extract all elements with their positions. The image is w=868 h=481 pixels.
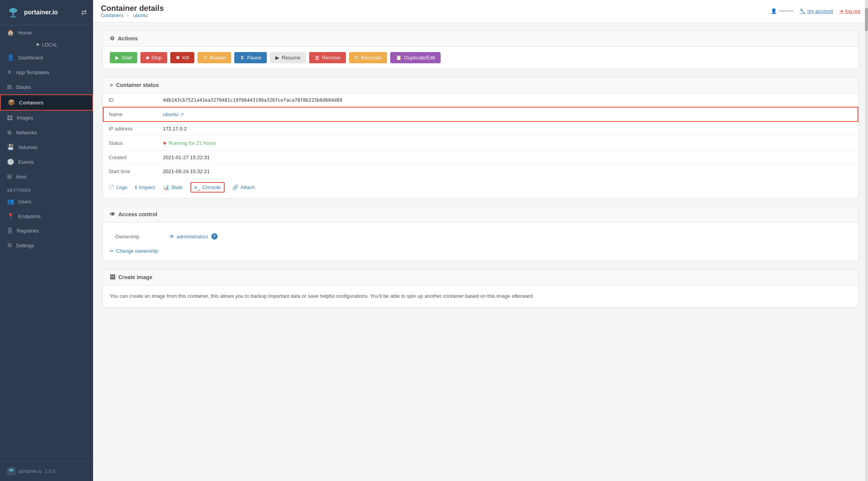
volumes-icon: 💾 bbox=[7, 144, 14, 151]
sidebar-footer-version: 2.5.0 bbox=[45, 469, 55, 474]
sidebar-item-images[interactable]: 🖼 Images bbox=[0, 111, 93, 125]
id-label: ID bbox=[103, 93, 157, 107]
sidebar-item-events-label: Events bbox=[18, 159, 34, 165]
ownership-eye-badge: 👁 administrators bbox=[169, 234, 208, 240]
attach-link[interactable]: 🔗 Attach bbox=[232, 182, 255, 193]
name-value: ubuntu ↗ bbox=[157, 107, 858, 122]
logs-link[interactable]: 📄 Logs bbox=[108, 182, 127, 193]
sidebar-item-app-templates[interactable]: ✈ App Templates bbox=[0, 65, 93, 80]
registries-icon: 🗄 bbox=[7, 227, 13, 234]
user-icon: 👤 bbox=[771, 8, 777, 14]
sidebar-item-networks-label: Networks bbox=[16, 130, 37, 135]
endpoints-icon: 📍 bbox=[7, 213, 14, 220]
sidebar-item-home[interactable]: 🏠 Home bbox=[0, 25, 93, 40]
actions-header-icon: ⚙ bbox=[110, 35, 115, 42]
actions-card-header: ⚙ Actions bbox=[103, 31, 858, 47]
edit-icon: ✏ bbox=[110, 248, 114, 254]
quick-links: 📄 Logs ℹ Inspect 📊 Stats >_ Console bbox=[103, 178, 858, 198]
sidebar-item-home-label: Home bbox=[18, 30, 32, 36]
access-control-body: Ownership 👁 administrators ? bbox=[103, 222, 858, 261]
ownership-text: administrators bbox=[176, 234, 208, 240]
start-button[interactable]: ▶ Start bbox=[110, 52, 137, 63]
main-area: Container details Containers > ubuntu 👤 … bbox=[93, 0, 868, 481]
container-name-link[interactable]: ubuntu ↗ bbox=[163, 111, 184, 117]
sidebar-item-networks[interactable]: ⊕ Networks bbox=[0, 125, 93, 140]
sidebar-item-dashboard[interactable]: 👤 Dashboard bbox=[0, 50, 93, 65]
sidebar-item-endpoints-label: Endpoints bbox=[18, 214, 41, 219]
topbar-user: 👤 •••••••• bbox=[771, 8, 793, 14]
my-account-link[interactable]: 🔧 my account bbox=[799, 8, 833, 14]
console-icon: >_ bbox=[194, 184, 201, 190]
change-ownership-row: ✏ Change ownership bbox=[110, 248, 851, 254]
logs-icon: 📄 bbox=[108, 184, 114, 190]
table-row-created: Created 2021-01-27 15:22:31 bbox=[103, 151, 858, 165]
console-link[interactable]: >_ Console bbox=[190, 182, 225, 193]
ownership-value: 👁 administrators ? bbox=[164, 229, 851, 243]
sidebar-item-registries-label: Registries bbox=[17, 228, 39, 234]
sidebar-item-registries[interactable]: 🗄 Registries bbox=[0, 224, 93, 238]
status-value: ♥ Running for 21 hours bbox=[157, 136, 858, 151]
sidebar-nav-arrows-icon[interactable]: ⇄ bbox=[81, 8, 87, 17]
stats-icon: 📊 bbox=[163, 184, 169, 190]
duplicate-edit-button[interactable]: 📋 Duplicate/Edit bbox=[390, 52, 441, 63]
container-status-header: ≡ Container status bbox=[103, 77, 858, 93]
kill-button[interactable]: ✖ Kill bbox=[170, 52, 194, 63]
table-row-start-time: Start time 2021-05-24 15:32:21 bbox=[103, 165, 858, 179]
topbar-left: Container details Containers > ubuntu bbox=[101, 4, 164, 18]
eye-icon: 👁 bbox=[169, 234, 175, 240]
sidebar: portainer.io ⇄ 🏠 Home ⚑ LOCAL 👤 Dashboar… bbox=[0, 0, 93, 481]
local-badge-icon: ⚑ bbox=[36, 42, 40, 48]
users-icon: 👥 bbox=[7, 198, 14, 205]
restart-icon: ↺ bbox=[203, 55, 207, 61]
sidebar-item-users[interactable]: 👥 Users bbox=[0, 194, 93, 209]
sidebar-item-settings[interactable]: ⚙ Settings bbox=[0, 238, 93, 253]
inspect-link[interactable]: ℹ Inspect bbox=[135, 182, 155, 193]
sidebar-item-app-templates-label: App Templates bbox=[16, 69, 49, 75]
svg-rect-2 bbox=[10, 16, 16, 17]
running-text: Running for 21 hours bbox=[169, 140, 216, 146]
create-image-body: You can create an image from this contai… bbox=[103, 285, 858, 307]
stop-button[interactable]: ■ Stop bbox=[140, 52, 167, 63]
start-icon: ▶ bbox=[115, 55, 119, 61]
created-value: 2021-01-27 15:22:31 bbox=[157, 151, 858, 165]
app-templates-icon: ✈ bbox=[7, 69, 12, 76]
portainer-logo-icon bbox=[6, 5, 20, 19]
help-icon[interactable]: ? bbox=[211, 233, 218, 240]
id-value: 4db143cb7521a41ea3270481c19f66443199a326… bbox=[157, 93, 858, 107]
scrollbar-thumb[interactable] bbox=[865, 8, 868, 31]
ip-label: IP address bbox=[103, 122, 157, 136]
sidebar-item-volumes[interactable]: 💾 Volumes bbox=[0, 140, 93, 155]
actions-header-label: Actions bbox=[118, 35, 138, 42]
sidebar-item-stacks-label: Stacks bbox=[16, 84, 31, 90]
resume-button[interactable]: ▶ Resume bbox=[270, 52, 306, 63]
sidebar-item-images-label: Images bbox=[17, 115, 33, 121]
kill-icon: ✖ bbox=[176, 55, 180, 61]
pause-button[interactable]: ⏸ Pause bbox=[234, 52, 267, 63]
page-title: Container details bbox=[101, 4, 164, 13]
remove-button[interactable]: 🗑 Remove bbox=[309, 52, 346, 63]
content-area: ⚙ Actions ▶ Start ■ Stop ✖ Kill ↺ R bbox=[93, 23, 868, 481]
sidebar-footer: portainer.io 2.5.0 bbox=[0, 461, 93, 481]
sidebar-item-host[interactable]: ⊞ Host bbox=[0, 169, 93, 184]
sidebar-item-containers[interactable]: 📦 Containers bbox=[0, 94, 93, 111]
sidebar-item-events[interactable]: 🕐 Events bbox=[0, 155, 93, 169]
stacks-icon: ⊞ bbox=[7, 83, 12, 90]
change-ownership-link[interactable]: ✏ Change ownership bbox=[110, 248, 158, 254]
sidebar-item-stacks[interactable]: ⊞ Stacks bbox=[0, 80, 93, 94]
sidebar-logo: portainer.io ⇄ bbox=[0, 0, 93, 25]
recreate-button[interactable]: ↻ Recreate bbox=[349, 52, 387, 63]
table-row-ip: IP address 172.17.0.2 bbox=[103, 122, 858, 136]
actions-row: ▶ Start ■ Stop ✖ Kill ↺ Restart ⏸ Paus bbox=[103, 47, 858, 69]
logout-link[interactable]: ➜ log out bbox=[839, 8, 860, 14]
sidebar-item-host-label: Host bbox=[16, 174, 26, 180]
container-status-body: ID 4db143cb7521a41ea3270481c19f66443199a… bbox=[103, 93, 858, 198]
breadcrumb-containers[interactable]: Containers bbox=[101, 13, 123, 18]
restart-button[interactable]: ↺ Restart bbox=[197, 52, 231, 63]
stats-link[interactable]: 📊 Stats bbox=[163, 182, 183, 193]
ownership-row: Ownership 👁 administrators ? bbox=[110, 229, 851, 243]
container-status-card: ≡ Container status ID 4db143cb7521a41ea3… bbox=[102, 77, 859, 198]
sidebar-item-containers-label: Containers bbox=[19, 100, 43, 106]
sidebar-item-endpoints[interactable]: 📍 Endpoints bbox=[0, 209, 93, 224]
table-row-status: Status ♥ Running for 21 hours bbox=[103, 136, 858, 151]
ownership-table: Ownership 👁 administrators ? bbox=[110, 229, 851, 243]
